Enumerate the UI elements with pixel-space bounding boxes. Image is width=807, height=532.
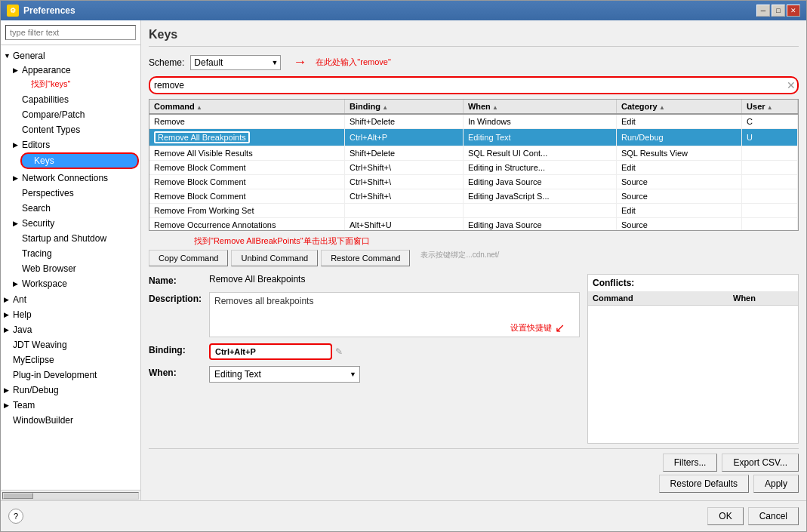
filters-button[interactable]: Filters... (663, 454, 718, 472)
table-row[interactable]: Remove From Working Set Edit (149, 204, 798, 218)
tree-label-team[interactable]: ▶ Team (1, 398, 140, 412)
col-category[interactable]: Category (616, 100, 741, 114)
tree-label-perspectives[interactable]: Perspectives (10, 186, 140, 200)
name-row: Name: Remove All Breakpoints (149, 274, 580, 286)
binding-edit-icon[interactable]: ✎ (335, 346, 343, 357)
col-user[interactable]: User (742, 100, 798, 114)
maximize-button[interactable]: □ (772, 5, 785, 17)
tree-item-content-types: Content Types (10, 122, 140, 137)
tree-label-startup[interactable]: Startup and Shutdow (10, 232, 140, 245)
bottom-actions-row2: Restore Defaults Apply (149, 475, 799, 493)
table-row[interactable]: Remove Block Comment Ctrl+Shift+\ Editin… (149, 161, 798, 175)
cell-user: C (742, 114, 798, 129)
cell-command: Remove Block Comment (149, 161, 344, 175)
binding-section: 设置快捷键 ↙ Binding: ✎ (149, 343, 580, 360)
window-icon: ⚙ (7, 5, 19, 17)
restore-command-button[interactable]: Restore Command (321, 250, 410, 266)
tree-label-compare[interactable]: Compare/Patch (10, 108, 140, 121)
filter-input[interactable] (149, 76, 799, 94)
window-title: Preferences (23, 5, 75, 16)
binding-input[interactable] (209, 343, 332, 360)
cell-binding: Shift+Delete (344, 146, 463, 161)
cell-binding: Ctrl+Shift+\ (344, 175, 463, 189)
conflicts-header: Command When (588, 291, 798, 306)
tree-item-java: ▶ Java (1, 322, 140, 337)
tree-item-network: ▶ Network Connections (10, 171, 140, 186)
tree-label-workspace[interactable]: ▶ Workspace (10, 277, 140, 291)
tree-label-java[interactable]: ▶ Java (1, 323, 140, 337)
tree-label-help[interactable]: ▶ Help (1, 308, 140, 321)
tree-label-keys[interactable]: Keys (20, 152, 139, 169)
unbind-command-button[interactable]: Unbind Command (231, 250, 318, 266)
tree-label-rundebug[interactable]: ▶ Run/Debug (1, 383, 140, 397)
filter-clear-icon[interactable]: ✕ (787, 79, 796, 91)
bottom-actions-row1: Filters... Export CSV... (149, 448, 799, 472)
horizontal-scrollbar[interactable] (1, 490, 140, 500)
title-bar: ⚙ Preferences ─ □ ✕ (1, 1, 806, 20)
restore-defaults-button[interactable]: Restore Defaults (659, 475, 749, 493)
tree-label-appearance[interactable]: ▶ Appearance (10, 63, 140, 77)
table-row[interactable]: Remove Block Comment Ctrl+Shift+\ Editin… (149, 189, 798, 204)
tree-item-help: ▶ Help (1, 307, 140, 322)
cell-command: Remove (149, 114, 344, 129)
tree-label-ant[interactable]: ▶ Ant (1, 293, 140, 306)
table-row[interactable]: Remove Block Comment Ctrl+Shift+\ Editin… (149, 175, 798, 189)
when-label: When: (149, 366, 209, 378)
table-row[interactable]: Remove All Visible Results Shift+Delete … (149, 146, 798, 161)
cell-user (742, 218, 798, 232)
minimize-button[interactable]: ─ (756, 5, 770, 17)
search-input[interactable] (5, 25, 136, 40)
tree-label-web-browser[interactable]: Web Browser (10, 262, 140, 275)
filter-input-wrap: ✕ (149, 76, 799, 94)
tree-label-security[interactable]: ▶ Security (10, 217, 140, 230)
col-when[interactable]: When (463, 100, 616, 114)
cell-when: In Windows (463, 114, 616, 129)
tree-label-network[interactable]: ▶ Network Connections (10, 171, 140, 185)
cell-user (742, 189, 798, 204)
expand-arrow-appearance: ▶ (13, 66, 22, 74)
cancel-button[interactable]: Cancel (748, 507, 799, 525)
keys-table: Command Binding When Category User Remov… (149, 100, 798, 231)
ok-button[interactable]: OK (707, 507, 743, 525)
cell-user (742, 204, 798, 218)
tree-label-windowbuilder[interactable]: WindowBuilder (1, 414, 140, 427)
left-panel: ▼ General ▶ Appearance (1, 20, 141, 500)
scheme-select[interactable]: Default Emacs (190, 55, 281, 70)
tree-item-compare: Compare/Patch (10, 107, 140, 122)
copy-command-button[interactable]: Copy Command (149, 250, 228, 266)
table-body: Remove Shift+Delete In Windows Edit C Re… (149, 114, 798, 231)
when-select[interactable]: Editing Text In Windows Editing Java Sou… (209, 366, 360, 383)
tree-label-myeclipse[interactable]: MyEclipse (1, 353, 140, 367)
close-button[interactable]: ✕ (787, 5, 800, 17)
tree-label-general[interactable]: ▼ General (1, 49, 140, 63)
tree-label-search[interactable]: Search (10, 201, 140, 215)
tree-label-appearance-note: 找到"keys" (19, 77, 140, 91)
tree-label-tracing[interactable]: Tracing (10, 247, 140, 260)
cell-category: SQL Results View (616, 146, 741, 161)
tree-label-editors[interactable]: ▶ Editors (10, 138, 140, 152)
when-row: When: Editing Text In Windows Editing Ja… (149, 366, 580, 383)
panel-title: Keys (149, 28, 799, 47)
cell-binding: Ctrl+Shift+\ (344, 161, 463, 175)
col-binding[interactable]: Binding (344, 100, 463, 114)
col-command[interactable]: Command (149, 100, 344, 114)
tree-item-perspectives: Perspectives (10, 186, 140, 201)
details-left: Name: Remove All Breakpoints Description… (149, 274, 580, 444)
cell-binding: Ctrl+Shift+\ (344, 189, 463, 204)
export-csv-button[interactable]: Export CSV... (722, 454, 799, 472)
apply-button[interactable]: Apply (753, 475, 799, 493)
tree-item-appearance: ▶ Appearance 找到"keys" (10, 63, 140, 92)
tree-label-content-types[interactable]: Content Types (10, 123, 140, 137)
table-row-selected[interactable]: Remove All Breakpoints Ctrl+Alt+P Editin… (149, 129, 798, 146)
tree-label-capabilities[interactable]: Capabilities (10, 93, 140, 106)
tree-label-jdt[interactable]: JDT Weaving (1, 338, 140, 352)
tree-item-tracing: Tracing (10, 246, 140, 261)
cell-category: Edit (616, 204, 741, 218)
tree-item-windowbuilder: WindowBuilder (1, 413, 140, 428)
table-row[interactable]: Remove Occurrence Annotations Alt+Shift+… (149, 218, 798, 232)
help-button[interactable]: ? (8, 509, 23, 524)
tree-item-myeclipse: MyEclipse (1, 352, 140, 367)
tree-label-plugin[interactable]: Plug-in Development (1, 368, 140, 382)
table-row[interactable]: Remove Shift+Delete In Windows Edit C (149, 114, 798, 129)
search-box (1, 20, 140, 45)
